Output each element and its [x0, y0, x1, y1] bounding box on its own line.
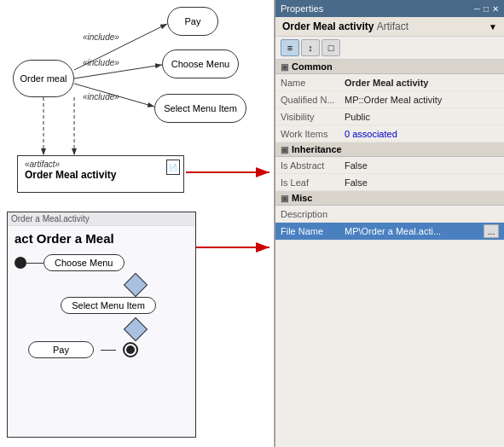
- section-common: ▣ Common: [275, 60, 504, 74]
- arrow-label-1: «include»: [83, 32, 119, 42]
- activity-frame: Order a Meal.activity act Order a Meal C…: [7, 212, 196, 438]
- properties-titlebar: Properties ─ □ ✕: [275, 0, 504, 17]
- use-case-order-meal[interactable]: Order meal: [13, 60, 74, 97]
- dropdown-arrow-icon[interactable]: ▼: [489, 22, 497, 32]
- prop-workitems-value: 0 associated: [345, 129, 499, 139]
- prop-visibility-label: Visibility: [281, 112, 345, 122]
- section-common-label: Common: [292, 61, 333, 72]
- prop-qualified-label: Qualified N...: [281, 95, 345, 105]
- properties-panel: Properties ─ □ ✕ Order Meal activity Art…: [275, 0, 504, 447]
- action-select-menu-item-label: Select Menu Item: [72, 300, 145, 311]
- prop-filename-value: MP\Order a Meal.acti...: [345, 226, 484, 236]
- props-btn-sort[interactable]: ↕: [301, 39, 320, 56]
- initial-node: [14, 257, 26, 269]
- prop-leaf-value: False: [345, 177, 499, 188]
- section-misc-label: Misc: [292, 193, 312, 203]
- minimize-icon[interactable]: ─: [474, 4, 480, 14]
- use-case-choose-menu-label: Choose Menu: [171, 59, 230, 69]
- use-case-order-meal-label: Order meal: [20, 73, 67, 84]
- canvas-area: Order meal Pay Choose Menu Select Menu I…: [0, 0, 275, 447]
- prop-visibility-row: Visibility Public: [275, 108, 504, 125]
- section-misc-toggle[interactable]: ▣: [281, 194, 288, 203]
- prop-abstract-value: False: [345, 160, 499, 171]
- artifact-box[interactable]: «artifact» Order Meal activity 📄: [17, 155, 184, 193]
- close-icon[interactable]: ✕: [492, 4, 499, 14]
- artifact-name-label: Order Meal activity: [25, 169, 177, 181]
- prop-qualified-value: MP::Order Meal activity: [345, 95, 499, 105]
- section-inheritance-label: Inheritance: [292, 144, 342, 154]
- prop-visibility-value: Public: [345, 112, 499, 122]
- final-node: [123, 342, 138, 357]
- properties-header: Order Meal activity Artifact ▼: [275, 17, 504, 37]
- activity-frame-title: Order a Meal.activity: [8, 212, 195, 226]
- action-choose-menu[interactable]: Choose Menu: [43, 254, 125, 271]
- arrow-label-3: «include»: [83, 92, 119, 102]
- section-inheritance: ▣ Inheritance: [275, 142, 504, 157]
- use-case-select-menu-item-label: Select Menu Item: [164, 103, 237, 113]
- section-inheritance-toggle[interactable]: ▣: [281, 145, 288, 154]
- use-case-pay[interactable]: Pay: [167, 7, 218, 36]
- props-btn-view[interactable]: □: [322, 39, 340, 56]
- props-btn-list[interactable]: ≡: [281, 39, 299, 56]
- action-pay[interactable]: Pay: [28, 341, 94, 358]
- decision-node-1: [124, 273, 148, 297]
- prop-description-row: Description: [275, 206, 504, 223]
- prop-workitems-label: Work Items: [281, 129, 345, 139]
- decision-node-2: [124, 317, 148, 341]
- use-case-pay-label: Pay: [185, 16, 201, 26]
- activity-heading: act Order a Meal: [14, 231, 114, 246]
- subject-type: Artifact: [377, 20, 408, 32]
- action-select-menu-item[interactable]: Select Menu Item: [61, 297, 156, 314]
- subject-name: Order Meal activity: [282, 20, 374, 32]
- prop-name-row: Name Order Meal activity: [275, 74, 504, 91]
- arrow-label-2: «include»: [83, 58, 119, 67]
- prop-leaf-label: Is Leaf: [281, 177, 345, 188]
- section-common-toggle[interactable]: ▣: [281, 62, 288, 72]
- titlebar-icons: ─ □ ✕: [474, 4, 499, 14]
- use-case-choose-menu[interactable]: Choose Menu: [162, 49, 239, 78]
- prop-description-label: Description: [281, 209, 345, 219]
- prop-qualified-row: Qualified N... MP::Order Meal activity: [275, 91, 504, 108]
- action-pay-label: Pay: [53, 345, 69, 355]
- prop-abstract-label: Is Abstract: [281, 160, 345, 171]
- float-icon[interactable]: □: [484, 4, 489, 14]
- prop-filename-row[interactable]: File Name MP\Order a Meal.acti... ...: [275, 223, 504, 241]
- prop-name-label: Name: [281, 78, 345, 88]
- props-browse-button[interactable]: ...: [484, 224, 499, 238]
- prop-abstract-row: Is Abstract False: [275, 157, 504, 174]
- prop-name-value: Order Meal activity: [345, 78, 499, 88]
- action-choose-menu-label: Choose Menu: [55, 258, 113, 268]
- artifact-file-icon: 📄: [166, 160, 180, 175]
- prop-filename-label: File Name: [281, 226, 345, 236]
- properties-toolbar: ≡ ↕ □: [275, 37, 504, 60]
- section-misc: ▣ Misc: [275, 191, 504, 206]
- prop-leaf-row: Is Leaf False: [275, 174, 504, 191]
- use-case-select-menu-item[interactable]: Select Menu Item: [154, 94, 246, 123]
- properties-title: Properties: [281, 3, 323, 14]
- prop-workitems-row: Work Items 0 associated: [275, 125, 504, 142]
- artifact-stereotype-label: «artifact»: [25, 160, 177, 169]
